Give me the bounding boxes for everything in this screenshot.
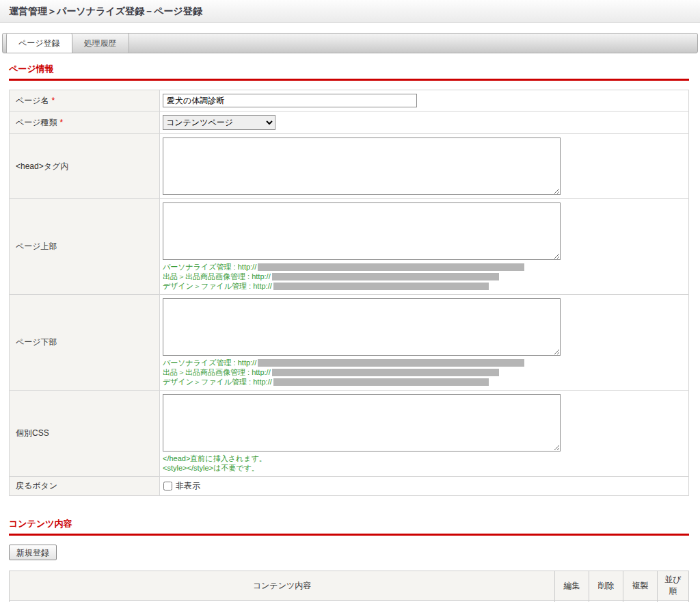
page-name-label: ページ名 [16, 96, 49, 105]
page-bottom-textarea[interactable] [163, 298, 561, 356]
hide-back-button-checkbox-label: 非表示 [176, 480, 200, 492]
tab-bar: ページ登録 処理履歴 [2, 33, 698, 53]
page-name-input[interactable] [163, 94, 417, 107]
redacted-url [258, 359, 524, 367]
redacted-url [258, 263, 524, 271]
section-title-contents: コンテンツ内容 [9, 518, 689, 530]
section-divider [9, 534, 689, 536]
column-header-content: コンテンツ内容 [10, 571, 555, 601]
page-bottom-help: パーソナライズ管理 : http:// 出品＞出品商品画像管理 : http:/… [163, 358, 686, 387]
column-header-delete: 削除 [589, 571, 623, 601]
row-page-bottom: ページ下部 パーソナライズ管理 : http:// 出品＞出品商品画像管理 : … [10, 295, 689, 391]
page-top-label: ページ上部 [16, 241, 57, 251]
redacted-url [273, 378, 489, 386]
required-asterisk: * [52, 96, 55, 105]
redacted-url [273, 283, 489, 290]
row-page-top: ページ上部 パーソナライズ管理 : http:// 出品＞出品商品画像管理 : … [10, 199, 689, 295]
custom-css-label: 個別CSS [16, 428, 49, 438]
page-top-textarea[interactable] [163, 202, 561, 260]
hide-back-button-checkbox[interactable] [163, 482, 172, 490]
custom-css-textarea[interactable] [163, 394, 561, 452]
section-divider [9, 79, 689, 81]
head-tag-label: <head>タグ内 [16, 161, 68, 171]
page-top-help: パーソナライズ管理 : http:// 出品＞出品商品画像管理 : http:/… [163, 262, 686, 291]
page-type-select[interactable]: コンテンツページ [163, 115, 275, 130]
page-info-form: ページ名* ページ種類* コンテンツページ <head>タグ内 ページ上部 [9, 90, 689, 496]
tab-page-register[interactable]: ページ登録 [6, 34, 72, 53]
required-asterisk: * [60, 118, 64, 127]
column-header-copy: 複製 [623, 571, 658, 601]
head-tag-textarea[interactable] [163, 138, 561, 195]
row-back-button: 戻るボタン 非表示 [10, 477, 689, 496]
new-register-button[interactable]: 新規登録 [9, 545, 57, 560]
back-button-label: 戻るボタン [16, 481, 57, 490]
row-head-tag: <head>タグ内 [10, 134, 689, 199]
breadcrumb: 運営管理＞パーソナライズ登録－ページ登録 [0, 0, 700, 23]
column-header-edit: 編集 [555, 571, 589, 601]
page-type-label: ページ種類 [16, 118, 57, 127]
row-custom-css: 個別CSS </head>直前に挿入されます。 <style></style>は… [10, 391, 689, 477]
redacted-url [272, 273, 499, 280]
row-page-name: ページ名* [10, 90, 689, 112]
section-title-page-info: ページ情報 [9, 63, 689, 75]
contents-table: コンテンツ内容 編集 削除 複製 並び順 カスタムエリア 編集 削除 複製 ↕ … [9, 571, 689, 602]
column-header-sort: 並び順 [658, 571, 689, 601]
row-page-type: ページ種類* コンテンツページ [10, 112, 689, 134]
custom-css-help: </head>直前に挿入されます。 <style></style>は不要です。 [163, 454, 686, 473]
page-bottom-label: ページ下部 [16, 337, 57, 347]
tab-history[interactable]: 処理履歴 [72, 34, 129, 53]
redacted-url [272, 369, 499, 376]
contents-table-header-row: コンテンツ内容 編集 削除 複製 並び順 [10, 571, 689, 601]
